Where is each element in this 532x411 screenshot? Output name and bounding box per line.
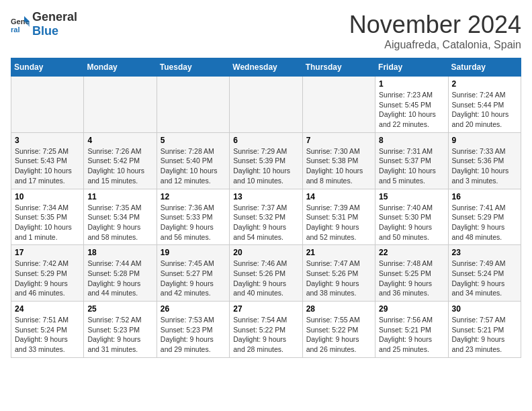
day-info: Sunrise: 7:57 AMSunset: 5:21 PMDaylight:… bbox=[452, 315, 517, 355]
calendar-cell: 17Sunrise: 7:42 AMSunset: 5:29 PMDayligh… bbox=[11, 245, 84, 302]
svg-text:ral: ral bbox=[11, 26, 19, 34]
calendar-cell: 23Sunrise: 7:49 AMSunset: 5:24 PMDayligh… bbox=[448, 245, 521, 302]
calendar-week-row: 3Sunrise: 7:25 AMSunset: 5:43 PMDaylight… bbox=[11, 132, 521, 189]
calendar-cell: 26Sunrise: 7:53 AMSunset: 5:23 PMDayligh… bbox=[157, 302, 229, 358]
day-info: Sunrise: 7:31 AMSunset: 5:37 PMDaylight:… bbox=[379, 146, 444, 186]
day-number: 11 bbox=[87, 192, 152, 201]
calendar-cell: 2Sunrise: 7:24 AMSunset: 5:44 PMDaylight… bbox=[448, 77, 521, 133]
calendar-cell: 18Sunrise: 7:44 AMSunset: 5:28 PMDayligh… bbox=[84, 245, 157, 302]
day-info: Sunrise: 7:45 AMSunset: 5:27 PMDaylight:… bbox=[161, 259, 226, 298]
day-info: Sunrise: 7:49 AMSunset: 5:24 PMDaylight:… bbox=[452, 259, 517, 298]
day-info: Sunrise: 7:39 AMSunset: 5:31 PMDaylight:… bbox=[306, 203, 371, 242]
location: Aiguafreda, Catalonia, Spain bbox=[349, 39, 521, 51]
day-number: 5 bbox=[161, 136, 226, 145]
calendar-cell: 29Sunrise: 7:56 AMSunset: 5:21 PMDayligh… bbox=[375, 302, 448, 358]
month-title: November 2024 bbox=[349, 11, 521, 39]
calendar-cell: 8Sunrise: 7:31 AMSunset: 5:37 PMDaylight… bbox=[375, 132, 448, 189]
calendar-cell: 6Sunrise: 7:29 AMSunset: 5:39 PMDaylight… bbox=[230, 132, 302, 189]
calendar-cell: 7Sunrise: 7:30 AMSunset: 5:38 PMDaylight… bbox=[302, 132, 375, 189]
day-header-wednesday: Wednesday bbox=[230, 58, 302, 77]
day-number: 10 bbox=[15, 192, 80, 201]
day-info: Sunrise: 7:33 AMSunset: 5:36 PMDaylight:… bbox=[452, 146, 517, 186]
day-info: Sunrise: 7:36 AMSunset: 5:33 PMDaylight:… bbox=[161, 203, 226, 242]
calendar-cell: 11Sunrise: 7:35 AMSunset: 5:34 PMDayligh… bbox=[84, 189, 157, 245]
calendar-table: SundayMondayTuesdayWednesdayThursdayFrid… bbox=[11, 58, 521, 358]
calendar-week-row: 10Sunrise: 7:34 AMSunset: 5:35 PMDayligh… bbox=[11, 189, 521, 245]
calendar-cell: 27Sunrise: 7:54 AMSunset: 5:22 PMDayligh… bbox=[230, 302, 302, 358]
day-number: 27 bbox=[233, 304, 298, 314]
calendar-cell: 16Sunrise: 7:41 AMSunset: 5:29 PMDayligh… bbox=[448, 189, 521, 245]
calendar-header-row: SundayMondayTuesdayWednesdayThursdayFrid… bbox=[11, 58, 521, 77]
calendar-cell bbox=[157, 77, 229, 133]
day-info: Sunrise: 7:24 AMSunset: 5:44 PMDaylight:… bbox=[452, 90, 517, 130]
day-number: 2 bbox=[452, 79, 517, 89]
day-header-sunday: Sunday bbox=[11, 58, 84, 77]
day-number: 1 bbox=[379, 79, 444, 89]
day-number: 6 bbox=[233, 136, 298, 145]
day-number: 23 bbox=[452, 248, 517, 257]
header: Gene ral General Blue November 2024 Aigu… bbox=[11, 11, 521, 51]
day-info: Sunrise: 7:55 AMSunset: 5:22 PMDaylight:… bbox=[306, 315, 371, 355]
calendar-week-row: 17Sunrise: 7:42 AMSunset: 5:29 PMDayligh… bbox=[11, 245, 521, 302]
logo-blue-text: Blue bbox=[32, 24, 58, 38]
day-header-monday: Monday bbox=[84, 58, 157, 77]
day-info: Sunrise: 7:29 AMSunset: 5:39 PMDaylight:… bbox=[233, 146, 298, 186]
calendar-cell: 9Sunrise: 7:33 AMSunset: 5:36 PMDaylight… bbox=[448, 132, 521, 189]
day-number: 17 bbox=[15, 248, 80, 257]
day-info: Sunrise: 7:41 AMSunset: 5:29 PMDaylight:… bbox=[452, 203, 517, 242]
calendar-cell: 3Sunrise: 7:25 AMSunset: 5:43 PMDaylight… bbox=[11, 132, 84, 189]
day-number: 20 bbox=[233, 248, 298, 257]
calendar-cell bbox=[302, 77, 375, 133]
calendar-cell: 5Sunrise: 7:28 AMSunset: 5:40 PMDaylight… bbox=[157, 132, 229, 189]
day-info: Sunrise: 7:47 AMSunset: 5:26 PMDaylight:… bbox=[306, 259, 371, 298]
day-info: Sunrise: 7:44 AMSunset: 5:28 PMDaylight:… bbox=[87, 259, 152, 298]
day-number: 7 bbox=[306, 136, 371, 145]
day-number: 12 bbox=[161, 192, 226, 201]
day-header-tuesday: Tuesday bbox=[157, 58, 229, 77]
day-info: Sunrise: 7:42 AMSunset: 5:29 PMDaylight:… bbox=[15, 259, 80, 298]
day-info: Sunrise: 7:23 AMSunset: 5:45 PMDaylight:… bbox=[379, 90, 444, 130]
day-number: 13 bbox=[233, 192, 298, 201]
day-info: Sunrise: 7:52 AMSunset: 5:23 PMDaylight:… bbox=[87, 315, 152, 355]
calendar-cell bbox=[230, 77, 302, 133]
day-number: 8 bbox=[379, 136, 444, 145]
calendar-cell: 30Sunrise: 7:57 AMSunset: 5:21 PMDayligh… bbox=[448, 302, 521, 358]
calendar-cell: 25Sunrise: 7:52 AMSunset: 5:23 PMDayligh… bbox=[84, 302, 157, 358]
day-number: 30 bbox=[452, 304, 517, 314]
calendar-cell: 12Sunrise: 7:36 AMSunset: 5:33 PMDayligh… bbox=[157, 189, 229, 245]
day-number: 26 bbox=[161, 304, 226, 314]
day-number: 16 bbox=[452, 192, 517, 201]
calendar-cell bbox=[11, 77, 84, 133]
calendar-cell: 28Sunrise: 7:55 AMSunset: 5:22 PMDayligh… bbox=[302, 302, 375, 358]
day-info: Sunrise: 7:37 AMSunset: 5:32 PMDaylight:… bbox=[233, 203, 298, 242]
day-info: Sunrise: 7:35 AMSunset: 5:34 PMDaylight:… bbox=[87, 203, 152, 242]
calendar-cell: 4Sunrise: 7:26 AMSunset: 5:42 PMDaylight… bbox=[84, 132, 157, 189]
day-number: 4 bbox=[87, 136, 152, 145]
day-number: 14 bbox=[306, 192, 371, 201]
calendar-cell: 21Sunrise: 7:47 AMSunset: 5:26 PMDayligh… bbox=[302, 245, 375, 302]
day-info: Sunrise: 7:25 AMSunset: 5:43 PMDaylight:… bbox=[15, 146, 80, 186]
day-number: 28 bbox=[306, 304, 371, 314]
day-number: 29 bbox=[379, 304, 444, 314]
logo-general-text: General bbox=[32, 11, 77, 24]
calendar-cell: 24Sunrise: 7:51 AMSunset: 5:24 PMDayligh… bbox=[11, 302, 84, 358]
day-info: Sunrise: 7:51 AMSunset: 5:24 PMDaylight:… bbox=[15, 315, 80, 355]
calendar-cell: 22Sunrise: 7:48 AMSunset: 5:25 PMDayligh… bbox=[375, 245, 448, 302]
day-header-thursday: Thursday bbox=[302, 58, 375, 77]
day-number: 9 bbox=[452, 136, 517, 145]
calendar-cell: 14Sunrise: 7:39 AMSunset: 5:31 PMDayligh… bbox=[302, 189, 375, 245]
day-info: Sunrise: 7:56 AMSunset: 5:21 PMDaylight:… bbox=[379, 315, 444, 355]
day-info: Sunrise: 7:48 AMSunset: 5:25 PMDaylight:… bbox=[379, 259, 444, 298]
day-info: Sunrise: 7:26 AMSunset: 5:42 PMDaylight:… bbox=[87, 146, 152, 186]
day-header-friday: Friday bbox=[375, 58, 448, 77]
calendar-cell: 15Sunrise: 7:40 AMSunset: 5:30 PMDayligh… bbox=[375, 189, 448, 245]
calendar-cell bbox=[84, 77, 157, 133]
logo: Gene ral General Blue bbox=[11, 11, 77, 38]
day-header-saturday: Saturday bbox=[448, 58, 521, 77]
day-info: Sunrise: 7:40 AMSunset: 5:30 PMDaylight:… bbox=[379, 203, 444, 242]
day-number: 22 bbox=[379, 248, 444, 257]
logo-icon: Gene ral bbox=[11, 15, 30, 34]
calendar-cell: 19Sunrise: 7:45 AMSunset: 5:27 PMDayligh… bbox=[157, 245, 229, 302]
calendar-cell: 13Sunrise: 7:37 AMSunset: 5:32 PMDayligh… bbox=[230, 189, 302, 245]
day-info: Sunrise: 7:46 AMSunset: 5:26 PMDaylight:… bbox=[233, 259, 298, 298]
